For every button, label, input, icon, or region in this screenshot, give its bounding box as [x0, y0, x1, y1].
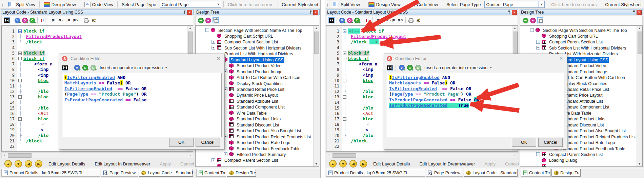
insert-block-icon[interactable]: C	[29, 17, 35, 23]
chevron-down-icon[interactable]: ▼	[489, 66, 492, 69]
close-icon[interactable]: ✕	[215, 56, 222, 61]
tab-content-tree[interactable]: Content Tree	[196, 169, 226, 177]
insert-variable-icon[interactable]: V	[339, 17, 345, 23]
indent-icon[interactable]: I	[40, 17, 46, 23]
expand-collapse-all-icon[interactable]	[537, 17, 543, 23]
print-icon[interactable]	[408, 17, 414, 23]
add-bookmark-icon[interactable]: ⚑	[375, 17, 381, 23]
collapse-icon[interactable]: −	[205, 28, 209, 32]
insert-variable-icon[interactable]: V	[14, 17, 20, 23]
chevron-down-icon[interactable]: ▼	[165, 66, 167, 69]
go-parent-layout-icon[interactable]: ▲	[4, 160, 12, 167]
expand-icon[interactable]: +	[212, 46, 215, 50]
code-view-button[interactable]: <> Code View	[407, 1, 440, 8]
errors-link[interactable]: Click here to see errors	[549, 2, 599, 7]
tree-item[interactable]: −Section Page With Section Name At The T…	[196, 27, 313, 33]
edit-layout-details-button[interactable]: Edit Layout Details	[45, 161, 88, 166]
fold-toggle-icon[interactable]: −	[17, 28, 23, 34]
tree-item[interactable]	[196, 163, 313, 167]
tree-item[interactable]: Loading Dialog	[520, 158, 636, 163]
close-icon[interactable]: x	[637, 10, 642, 15]
fold-toggle-icon[interactable]: −	[342, 116, 348, 122]
collapse-icon[interactable]: −	[530, 28, 534, 32]
tab-page-preview[interactable]: Page Preview	[101, 169, 138, 177]
fold-toggle-icon[interactable]: −	[17, 94, 23, 100]
tree-item[interactable]: +Compact Parent Section List	[520, 152, 636, 157]
fold-toggle-icon[interactable]: −	[17, 56, 23, 61]
fold-toggle-icon[interactable]: −	[17, 116, 23, 122]
tab-design-tree[interactable]: Design Tree	[551, 169, 581, 177]
fold-toggle-icon[interactable]: −	[342, 94, 348, 100]
next-layout-icon[interactable]: ▶	[35, 160, 42, 167]
tree-item[interactable]: Shopping Cart Script URL	[520, 33, 636, 39]
dialog-cancel-button[interactable]: Cancel	[196, 138, 220, 147]
edit-in-dreamweaver-button[interactable]: Edit Layout In Dreamweaver	[91, 161, 154, 166]
scroll-left-icon[interactable]: ‹	[2, 153, 7, 158]
tree-vertical-scrollbar[interactable]: ▲ ▼	[637, 26, 642, 166]
next-bookmark-icon[interactable]: ⚑›	[382, 17, 388, 23]
cancel-button[interactable]: Cancel	[502, 161, 522, 166]
refresh-tree-icon[interactable]: ➔	[198, 17, 204, 23]
scroll-right-icon[interactable]: ›	[187, 153, 193, 158]
locate-layout-icon[interactable]: ●	[530, 17, 536, 23]
design-view-button[interactable]: Design View	[42, 1, 78, 8]
tab-product-details[interactable]: Product Details - kg 0.5mm 25 SWG Ti...	[326, 169, 425, 177]
scroll-down-icon[interactable]: ▼	[314, 161, 319, 166]
print-icon[interactable]	[83, 17, 89, 23]
code-horizontal-scrollbar[interactable]: ‹ ›	[1, 152, 193, 158]
clear-bookmarks-icon[interactable]: ⚑×	[73, 17, 79, 23]
apply-button[interactable]: Apply	[156, 161, 174, 166]
tree-item[interactable]: +Filtered Product Summary	[196, 152, 313, 157]
insert-condition-icon[interactable]: C	[407, 65, 413, 71]
scrollbar-thumb[interactable]	[314, 32, 319, 54]
insert-variable-icon[interactable]: V	[74, 65, 80, 71]
expand-icon[interactable]: +	[536, 46, 540, 50]
fold-toggle-icon[interactable]: −	[342, 56, 348, 61]
tree-item[interactable]	[520, 163, 636, 167]
design-view-button[interactable]: Design View	[366, 1, 403, 8]
tree-item[interactable]: +Sub Section List With Horizontal Divide…	[520, 45, 636, 51]
tree-item[interactable]: +Compact Parent Section List	[196, 158, 313, 163]
insert-block-icon[interactable]: C	[354, 17, 360, 23]
page-type-select[interactable]: Content Page ▼	[160, 1, 222, 8]
scroll-up-icon[interactable]: ▲	[187, 26, 193, 31]
expand-icon[interactable]: +	[224, 152, 227, 156]
chevron-down-icon[interactable]: ▼	[538, 1, 544, 7]
close-icon[interactable]: ✕	[558, 56, 564, 61]
tab-page-preview[interactable]: Page Preview	[426, 169, 463, 177]
insert-layout-icon[interactable]	[4, 17, 10, 23]
apply-button[interactable]: Apply	[481, 161, 499, 166]
fold-toggle-icon[interactable]: −	[17, 51, 23, 56]
clear-bookmarks-icon[interactable]: ⚑×	[397, 17, 403, 23]
fold-toggle-icon[interactable]: −	[342, 28, 348, 34]
prev-bookmark-icon[interactable]: ‹⚑	[65, 17, 71, 23]
insert-layout-icon[interactable]	[62, 65, 68, 71]
scrollbar-thumb[interactable]	[638, 32, 642, 54]
close-icon[interactable]: x	[313, 10, 318, 15]
chevron-down-icon[interactable]: ▼	[215, 1, 221, 7]
scroll-up-icon[interactable]: ▲	[314, 26, 319, 31]
insert-condition-icon[interactable]: Q	[22, 17, 28, 23]
current-stylesheet-button[interactable]: Current Stylesheet	[603, 2, 644, 7]
pin-icon[interactable]	[309, 10, 312, 15]
dialog-title-bar[interactable]: S Condition Editor ✕	[384, 54, 567, 63]
edit-layout-details-button[interactable]: Edit Layout Details	[370, 161, 413, 166]
tools-icon[interactable]	[415, 17, 421, 23]
refresh-tree-icon[interactable]: ➔	[522, 17, 528, 23]
prev-layout-icon[interactable]: ◀	[25, 160, 32, 167]
insert-condition-icon[interactable]: Q	[346, 17, 353, 23]
insert-condition-icon[interactable]: C	[82, 65, 88, 71]
pin-icon[interactable]	[632, 10, 636, 15]
insert-layout-icon[interactable]	[328, 17, 335, 23]
close-icon[interactable]: x	[512, 10, 517, 15]
scroll-up-icon[interactable]: ▲	[637, 26, 642, 31]
insert-block-icon[interactable]: C	[90, 65, 96, 71]
edit-in-dreamweaver-button[interactable]: Edit Layout In Dreamweaver	[416, 161, 478, 166]
tree-item[interactable]: −Section Page With Section Name At The T…	[520, 27, 636, 33]
condition-expression-editor[interactable]: (IsFilteringEnabled ANDMatchLayouts == F…	[387, 73, 564, 137]
scroll-up-icon[interactable]: ▲	[512, 26, 518, 31]
cancel-button[interactable]: Cancel	[177, 161, 197, 166]
condition-expression-editor[interactable]: (IsFilteringEnabled ANDMatchLayouts == F…	[62, 73, 222, 137]
insert-variable-icon[interactable]: V	[399, 65, 405, 71]
tab-layout-code[interactable]: Layout Code - Standard Layout Using ...	[464, 169, 518, 177]
